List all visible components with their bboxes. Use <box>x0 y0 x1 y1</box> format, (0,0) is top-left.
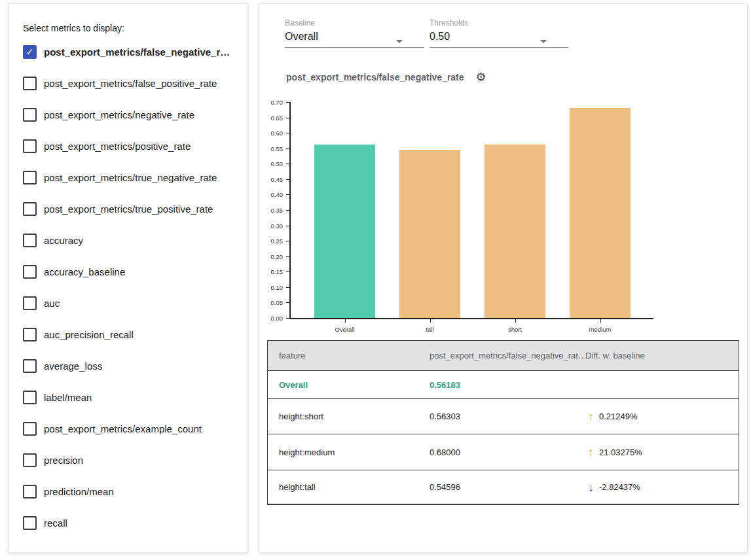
sidebar-heading: Select metrics to display: <box>9 4 247 33</box>
metric-checkbox-item[interactable]: post_export_metrics/negative_rate <box>9 99 247 130</box>
baseline-select[interactable]: Baseline Overall <box>285 18 424 43</box>
checkbox-unchecked-icon[interactable] <box>23 202 37 216</box>
chart-bar <box>314 145 375 318</box>
checkbox-unchecked-icon[interactable] <box>23 265 37 279</box>
chevron-down-icon[interactable] <box>396 40 403 43</box>
x-axis-tick-label: short <box>476 326 555 333</box>
metric-label: post_export_metrics/positive_rate <box>44 141 191 152</box>
metric-label: post_export_metrics/false_negative_r… <box>44 46 230 58</box>
checkbox-unchecked-icon[interactable] <box>23 391 37 404</box>
metric-label: auc <box>44 298 60 309</box>
x-axis-tick-label: tall <box>391 326 469 333</box>
metric-checkbox-item[interactable]: post_export_metrics/true_negative_rate <box>9 162 247 193</box>
metric-checkbox-item[interactable]: post_export_metrics/example_count <box>9 413 247 444</box>
checkbox-unchecked-icon[interactable] <box>23 516 37 530</box>
metric-value-cell: 0.56303 <box>430 411 585 421</box>
y-axis-tick-label: 0.70 <box>259 99 283 106</box>
table-row: height:medium0.68000↑21.03275% <box>268 434 739 470</box>
y-axis-tick-label: 0.10 <box>259 284 283 291</box>
baseline-select-value[interactable]: Overall <box>285 31 424 43</box>
metric-checkbox-item[interactable]: accuracy <box>9 224 247 256</box>
diff-value: 21.03275% <box>599 447 642 457</box>
diff-cell: ↑21.03275% <box>585 446 739 458</box>
y-axis-tick-label: 0.40 <box>259 191 283 198</box>
table-row: Overall0.56183 <box>268 371 739 398</box>
x-axis-tick <box>430 319 431 323</box>
y-axis-tick-label: 0.55 <box>259 145 283 152</box>
checkbox-unchecked-icon[interactable] <box>23 453 37 467</box>
metric-list: ✓post_export_metrics/false_negative_r…po… <box>9 36 247 538</box>
y-axis-tick-label: 0.15 <box>259 268 283 275</box>
metric-checkbox-item[interactable]: average_loss <box>9 350 247 381</box>
table-header-cell: Diff. w. baseline <box>585 351 739 360</box>
checkbox-unchecked-icon[interactable] <box>23 296 37 310</box>
chevron-down-icon[interactable] <box>540 40 547 43</box>
y-axis-tick-label: 0.45 <box>259 176 283 183</box>
checkbox-unchecked-icon[interactable] <box>23 359 37 373</box>
checkbox-unchecked-icon[interactable] <box>23 77 37 90</box>
x-axis-tick-label: Overall <box>306 326 384 333</box>
metric-label: auc_precision_recall <box>44 329 134 340</box>
metric-label: accuracy_baseline <box>44 266 125 277</box>
metric-checkbox-item[interactable]: accuracy_baseline <box>9 256 247 287</box>
main-panel: Baseline Overall Thresholds 0.50 post_ex… <box>259 3 748 553</box>
checkbox-unchecked-icon[interactable] <box>23 328 37 341</box>
table-row: height:tall0.54596↓-2.82437% <box>268 470 739 504</box>
thresholds-select[interactable]: Thresholds 0.50 <box>430 18 568 43</box>
checkbox-checked-icon[interactable]: ✓ <box>23 45 37 59</box>
thresholds-select-underline <box>430 47 568 48</box>
baseline-select-underline <box>285 47 424 48</box>
x-axis-tick-label: medium <box>561 326 640 333</box>
chart-bar <box>485 145 545 318</box>
metric-checkbox-item[interactable]: label/mean <box>9 381 247 413</box>
diff-cell: ↓-2.82437% <box>585 481 739 493</box>
settings-gear-icon[interactable]: ⚙ <box>476 71 486 83</box>
y-axis-tick-label: 0.20 <box>259 253 283 260</box>
y-axis-tick-label: 0.65 <box>259 114 283 122</box>
table-header-cell: feature <box>268 351 430 360</box>
chart-title-row: post_export_metrics/false_negative_rate … <box>286 71 486 83</box>
metric-label: average_loss <box>44 360 102 372</box>
x-axis-tick <box>345 319 346 323</box>
feature-cell: height:medium <box>268 447 430 457</box>
metric-label: post_export_metrics/negative_rate <box>44 109 194 120</box>
metric-checkbox-item[interactable]: prediction/mean <box>9 476 247 507</box>
chart-bar <box>570 108 631 318</box>
metric-checkbox-item[interactable]: auc <box>9 287 247 319</box>
metric-value-cell: 0.56183 <box>430 380 585 390</box>
thresholds-select-value[interactable]: 0.50 <box>430 31 568 43</box>
x-axis-tick <box>600 319 601 323</box>
diff-value: 0.21249% <box>599 411 638 421</box>
table-header-row: featurepost_export_metrics/false_negativ… <box>268 341 739 371</box>
checkbox-unchecked-icon[interactable] <box>23 108 37 122</box>
checkbox-unchecked-icon[interactable] <box>23 171 37 184</box>
y-axis-line <box>289 102 291 318</box>
checkbox-unchecked-icon[interactable] <box>23 234 37 247</box>
chart-bar <box>399 150 460 318</box>
metric-label: label/mean <box>44 392 92 403</box>
metric-checkbox-item[interactable]: post_export_metrics/false_positive_rate <box>9 67 247 99</box>
y-axis-tick-label: 0.05 <box>259 299 283 306</box>
diff-cell: ↑0.21249% <box>585 411 739 423</box>
metric-label: post_export_metrics/true_positive_rate <box>44 203 213 215</box>
checkbox-unchecked-icon[interactable] <box>23 139 37 153</box>
metric-checkbox-item[interactable]: ✓post_export_metrics/false_negative_r… <box>9 36 247 67</box>
feature-cell: Overall <box>268 380 430 390</box>
baseline-select-label: Baseline <box>285 18 424 27</box>
feature-cell: height:short <box>268 411 430 421</box>
metric-label: post_export_metrics/false_positive_rate <box>44 78 217 89</box>
metric-checkbox-item[interactable]: precision <box>9 444 247 476</box>
metric-checkbox-item[interactable]: auc_precision_recall <box>9 319 247 350</box>
checkbox-unchecked-icon[interactable] <box>23 422 37 436</box>
table-row: height:short0.56303↑0.21249% <box>268 398 739 434</box>
metric-value-cell: 0.54596 <box>430 482 585 492</box>
metrics-table: featurepost_export_metrics/false_negativ… <box>267 340 739 505</box>
metric-checkbox-item[interactable]: post_export_metrics/true_positive_rate <box>9 193 247 224</box>
checkbox-unchecked-icon[interactable] <box>23 485 37 499</box>
metric-label: post_export_metrics/true_negative_rate <box>44 172 217 183</box>
y-axis-tick-label: 0.60 <box>259 130 283 137</box>
metric-checkbox-item[interactable]: post_export_metrics/positive_rate <box>9 130 247 162</box>
metric-checkbox-item[interactable]: recall <box>9 507 247 538</box>
table-header-cell: post_export_metrics/false_negative_rat… <box>430 351 585 360</box>
diff-value: -2.82437% <box>599 482 640 492</box>
